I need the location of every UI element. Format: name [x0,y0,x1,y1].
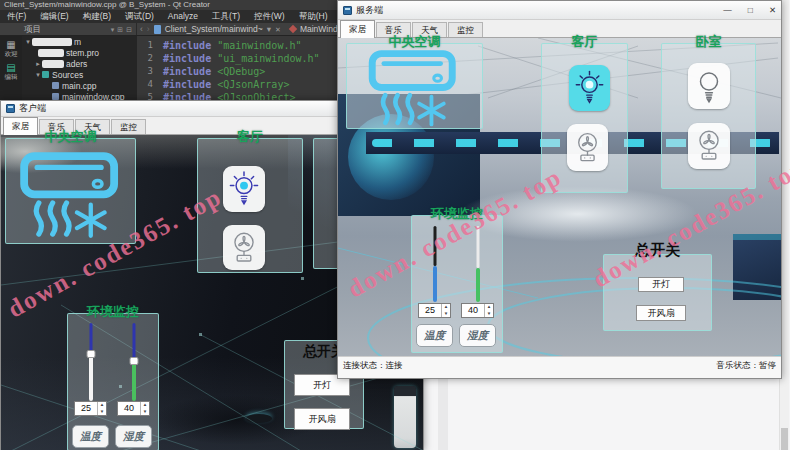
fan-icon [227,229,261,267]
menu-window[interactable]: 控件(W) [247,10,292,23]
code-directive: #include [163,52,211,65]
menu-debug[interactable]: 调试(D) [118,10,161,23]
air-conditioner-icon[interactable] [357,49,469,129]
server-titlebar[interactable]: 服务端 — □ ✕ [338,1,781,20]
client-living-fan-button[interactable] [223,225,265,270]
tree-row-project-root[interactable]: ▾ m [22,36,137,47]
spinbox-arrows[interactable]: ▲▼ [484,304,493,317]
client-window-title: 客户端 [19,102,46,115]
menu-tools[interactable]: 工具(T) [205,10,247,23]
code-directive: #include [163,65,211,78]
music-status: 音乐状态：暂停 [717,360,777,378]
qt-creator-title: Client_System/mainwindow.cpp @ B_System … [4,0,210,9]
client-living-light-button[interactable] [223,166,265,212]
code-directive: #include [163,39,211,52]
spin-down-icon[interactable]: ▼ [442,311,450,318]
mode-edit[interactable]: ▤ 编辑 [0,59,22,82]
server-humidity-slider[interactable] [472,226,484,302]
server-tab-home[interactable]: 家居 [340,20,375,38]
client-ac-panel: 中央空调 [5,138,136,244]
tree-row-sources[interactable]: ▾ Sources [22,69,137,80]
server-humidity-button[interactable]: 湿度 [459,324,496,347]
document-dropdown-icon[interactable]: ▾ [267,23,271,36]
spin-down-icon[interactable]: ▼ [141,409,149,416]
cpp-file-icon [52,93,59,100]
server-temperature-slider[interactable] [429,226,441,302]
chevron-right-icon[interactable]: ▸ [34,60,42,68]
client-env-title: 环境监控 [68,303,158,321]
scene-right-monitor [733,234,781,300]
spinbox-arrows[interactable]: ▲▼ [97,402,106,415]
menu-file[interactable]: 件(F) [0,10,33,23]
client-temperature-spinbox[interactable]: 25 ▲▼ [74,401,107,416]
tree-row-headers[interactable]: ▸ aders [22,58,137,69]
tree-row-main-cpp[interactable]: main.cpp [22,80,137,91]
mode-welcome[interactable]: ▦ 欢迎 [0,36,22,59]
server-bedroom-fan-button[interactable] [688,123,730,169]
client-humidity-spinbox[interactable]: 40 ▲▼ [117,401,150,416]
tree-label: m [74,37,81,47]
code-arg: <QJsonArray> [217,78,289,91]
chevron-down-icon[interactable]: ▾ [24,38,32,46]
client-env-panel: 环境监控 25 ▲▼ 40 ▲▼ 温度 湿度 [67,313,159,450]
temperature-value: 25 [75,402,97,415]
server-humidity-spinbox[interactable]: 40 ▲▼ [461,303,494,318]
scene-air-purifier [394,386,416,448]
maximize-icon[interactable]: □ [748,6,753,15]
server-light-switch-button[interactable]: 开灯 [638,277,684,292]
server-env-panel: 环境监控 25 ▲▼ 40 ▲▼ 温度 湿度 [411,215,503,353]
close-icon[interactable]: ✕ [769,6,776,15]
line-number: 4 [137,78,153,91]
editor-open-document-tab[interactable]: Client_System/mainwind~ [165,23,263,36]
slider-handle[interactable] [87,350,96,358]
spin-down-icon[interactable]: ▼ [98,409,106,416]
redaction-box [38,49,64,57]
tree-label: Sources [52,70,83,80]
menu-help[interactable]: 帮助(H) [292,10,335,23]
connection-status: 连接状态：连接 [343,360,403,378]
tree-row-pro-file[interactable]: stem.pro [22,47,137,58]
collapse-icon[interactable]: ⊟ [126,23,132,36]
split-icon[interactable]: ⊞ [117,23,123,36]
server-living-light-button[interactable] [569,65,610,111]
server-bedroom-panel: 卧室 [661,43,756,189]
document-close-icon[interactable]: ✕ [275,23,281,36]
server-fan-switch-button[interactable]: 开风扇 [636,305,686,321]
server-living-room-title: 客厅 [542,33,627,51]
server-temperature-spinbox[interactable]: 25 ▲▼ [418,303,451,318]
chevron-down-icon[interactable]: ▾ [34,71,42,79]
server-temperature-button[interactable]: 温度 [416,324,453,347]
nav-forward-icon[interactable]: › [147,23,150,36]
server-app-icon [343,6,352,15]
menu-analyze[interactable]: Analyze [161,10,205,23]
welcome-grid-icon: ▦ [0,39,22,50]
line-number: 3 [137,65,153,78]
spinbox-arrows[interactable]: ▲▼ [140,402,149,415]
client-temperature-button[interactable]: 温度 [72,425,109,448]
scrollbar-thumb[interactable] [781,428,788,450]
client-humidity-slider[interactable] [128,323,140,401]
spinbox-arrows[interactable]: ▲▼ [441,304,450,317]
minimize-icon[interactable]: — [723,6,732,15]
server-living-fan-button[interactable] [567,124,608,171]
server-master-panel: 总开关 开灯 开风扇 [603,254,712,331]
client-tab-home[interactable]: 家居 [3,117,38,135]
server-env-title: 环境监控 [412,205,502,223]
slider-handle[interactable] [130,357,139,365]
humidity-value: 40 [118,402,140,415]
client-temperature-slider[interactable] [85,323,97,401]
client-fan-switch-button[interactable]: 开风扇 [294,408,350,430]
mode-edit-label: 编辑 [5,73,18,80]
cpp-file-icon [52,82,59,89]
light-bulb-icon [573,69,606,107]
menu-build[interactable]: 构建(B) [76,10,118,23]
client-humidity-button[interactable]: 湿度 [115,425,152,448]
filter-dropdown-icon[interactable]: ▾ [111,23,115,36]
air-conditioner-icon[interactable] [16,151,124,241]
spin-down-icon[interactable]: ▼ [485,311,493,318]
nav-back-icon[interactable]: ‹ [140,23,143,36]
menu-edit[interactable]: 编辑(E) [33,10,75,23]
server-bedroom-light-button[interactable] [688,63,730,109]
folder-icon [42,71,49,78]
fan-icon [571,129,604,167]
